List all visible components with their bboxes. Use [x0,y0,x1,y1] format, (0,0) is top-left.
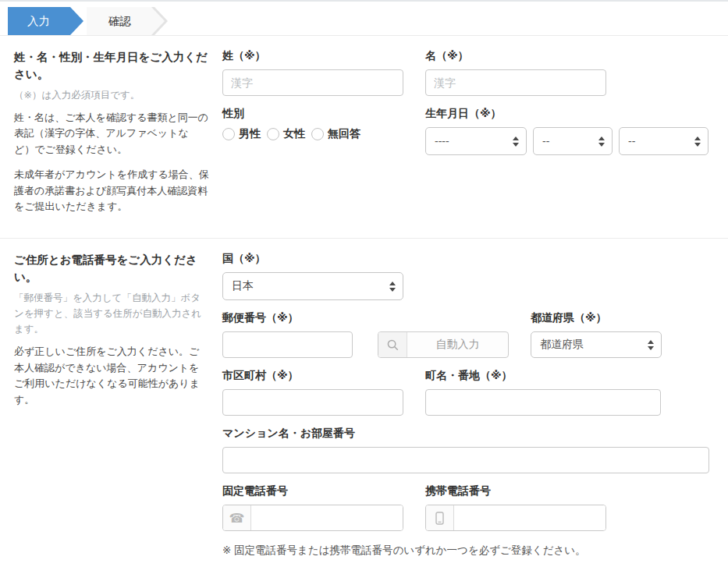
select-spinner-icon [598,136,605,147]
section-name-gender-birthdate: 姓・名・性別・生年月日をご入力ください。 （※）は入力必須項目です。 姓・名は、… [0,36,728,239]
first-name-label: 名（※） [425,49,606,63]
required-note: （※）は入力必須項目です。 [14,87,209,103]
step-tab-confirm-label: 確認 [108,14,131,29]
country-label: 国（※） [222,252,709,266]
gender-label: 性別 [222,107,425,121]
gender-radio-male[interactable]: 男性 [222,127,261,141]
mobile-phone-icon [426,505,454,530]
prefecture-field: 都道府県（※） 都道府県 [531,311,662,358]
mobile-label: 携帯電話番号 [425,484,606,498]
radio-circle-icon [311,128,324,140]
radio-circle-icon [267,128,279,140]
name-section-instructions: 姓・名・性別・生年月日をご入力ください。 （※）は入力必須項目です。 姓・名は、… [14,49,209,224]
name-section-para2: 未成年者がアカウントを作成する場合、保護者の承諾書および顔写真付本人確認資料をご… [14,167,209,215]
prefecture-value: 都道府県 [540,338,584,352]
landline-input[interactable] [251,505,403,530]
step-tab-input[interactable]: 入力 [8,7,83,35]
gender-field: 性別 男性 女性 無回答 [222,107,425,155]
city-label: 市区町村（※） [222,369,403,383]
gender-radio-noanswer[interactable]: 無回答 [311,127,360,141]
city-input[interactable] [222,389,403,416]
birth-day-value: -- [628,135,635,147]
registration-form-page: 入力 確認 姓・名・性別・生年月日をご入力ください。 （※）は入力必須項目です。… [0,0,728,574]
address-section-heading: ご住所とお電話番号をご入力ください。 [14,252,209,286]
first-name-field: 名（※） [425,49,606,96]
gender-radio-group: 男性 女性 無回答 [222,127,425,141]
street-label: 町名・番地（※） [425,369,661,383]
select-spinner-icon [694,136,701,147]
birthdate-label: 生年月日（※） [425,107,709,121]
postal-code-label: 郵便番号（※） [222,311,353,325]
name-section-para1: 姓・名は、ご本人を確認する書類と同一の表記（漢字の字体、アルファベットなど）でご… [14,110,209,158]
prefecture-select[interactable]: 都道府県 [531,331,662,358]
postal-code-input[interactable] [222,331,353,358]
postal-code-field: 郵便番号（※） [222,311,353,358]
last-name-field: 姓（※） [222,49,403,96]
autofill-button-label: 自動入力 [407,332,508,357]
landline-field: 固定電話番号 ☎ [222,484,403,531]
gender-radio-female[interactable]: 女性 [267,127,305,141]
prefecture-label: 都道府県（※） [531,311,662,325]
name-section-form: 姓（※） 名（※） 性別 男性 [209,49,709,224]
birth-month-select[interactable]: -- [533,127,613,155]
landline-phone-icon: ☎ [223,505,251,530]
street-input[interactable] [425,389,661,416]
landline-label: 固定電話番号 [222,484,403,498]
birth-year-value: ---- [435,135,449,147]
birth-day-select[interactable]: -- [619,127,708,155]
mobile-field: 携帯電話番号 [425,484,606,531]
step-tab-input-label: 入力 [27,14,50,29]
address-section-para1: 「郵便番号」を入力して「自動入力」ボタンを押すと、該当する住所が自動入力されます… [14,290,209,337]
select-spinner-icon [513,136,519,147]
step-tab-confirm-face: 確認 [87,7,165,35]
select-spinner-icon [648,340,654,350]
mobile-input[interactable] [454,505,605,530]
building-field: マンション名・お部屋番号 [222,427,709,473]
name-section-heading: 姓・名・性別・生年月日をご入力ください。 [14,49,209,83]
autofill-button[interactable]: 自動入力 [378,331,509,358]
select-spinner-icon [389,282,396,292]
address-section-form: 国（※） 日本 郵便番号（※） 自動入力 都道府県 [209,252,709,574]
search-icon [378,332,407,357]
country-field: 国（※） 日本 [222,252,709,300]
radio-circle-icon [222,128,235,140]
section-address-phone: ご住所とお電話番号をご入力ください。 「郵便番号」を入力して「自動入力」ボタンを… [0,239,728,574]
address-section-para2: 必ず正しいご住所をご入力ください。ご本人確認ができない場合、アカウントをご利用い… [14,344,209,409]
street-field: 町名・番地（※） [425,369,661,416]
building-label: マンション名・お部屋番号 [222,427,709,441]
birthdate-field: 生年月日（※） ---- -- -- [425,107,709,155]
gender-noanswer-label: 無回答 [328,127,360,141]
gender-male-label: 男性 [239,127,261,141]
city-field: 市区町村（※） [222,369,403,416]
birth-month-value: -- [542,135,549,147]
step-bar: 入力 確認 [0,2,728,36]
gender-female-label: 女性 [283,127,305,141]
last-name-label: 姓（※） [222,49,403,63]
step-tab-confirm[interactable]: 確認 [87,7,165,35]
address-section-instructions: ご住所とお電話番号をご入力ください。 「郵便番号」を入力して「自動入力」ボタンを… [14,252,209,574]
first-name-input[interactable] [425,69,606,96]
birth-year-select[interactable]: ---- [425,127,527,155]
last-name-input[interactable] [222,69,403,96]
country-value: 日本 [232,279,254,293]
building-input[interactable] [222,447,709,473]
country-select[interactable]: 日本 [222,272,403,300]
phone-note: ※ 固定電話番号または携帯電話番号のいずれか一つを必ずご登録ください。 [222,544,709,558]
